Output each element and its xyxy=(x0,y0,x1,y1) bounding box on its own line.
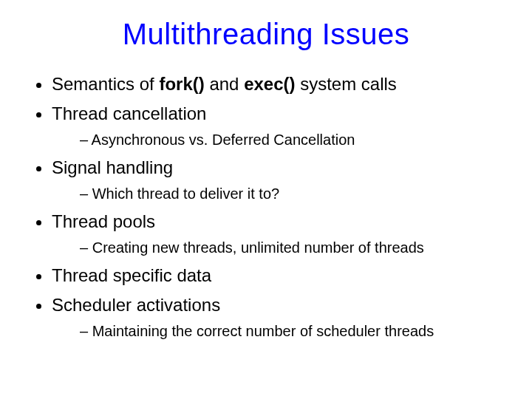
bullet-list: Semantics of fork() and exec() system ca… xyxy=(30,73,502,341)
bullet-thread-pools: Thread pools Creating new threads, unlim… xyxy=(52,211,502,257)
sublist: Creating new threads, unlimited number o… xyxy=(52,239,502,257)
sublist: Maintaining the correct number of schedu… xyxy=(52,322,502,341)
bullet-thread-cancellation: Thread cancellation Asynchronous vs. Def… xyxy=(52,103,502,149)
sub-bullet: Creating new threads, unlimited number o… xyxy=(80,239,502,257)
sub-bullet: Which thread to deliver it to? xyxy=(80,185,502,203)
bullet-signal-handling: Signal handling Which thread to deliver … xyxy=(52,157,502,203)
sublist: Which thread to deliver it to? xyxy=(52,185,502,203)
text-bold-exec: exec() xyxy=(244,74,295,94)
bullet-scheduler-activations: Scheduler activations Maintaining the co… xyxy=(52,294,502,341)
bullet-label: Thread cancellation xyxy=(52,103,206,123)
sublist: Asynchronous vs. Deferred Cancellation xyxy=(52,131,502,149)
slide: Multithreading Issues Semantics of fork(… xyxy=(0,0,532,399)
text-segment: and xyxy=(205,74,244,94)
bullet-label: Signal handling xyxy=(52,157,173,177)
sub-bullet: Asynchronous vs. Deferred Cancellation xyxy=(80,131,502,149)
sub-bullet: Maintaining the correct number of schedu… xyxy=(80,322,502,341)
bullet-label: Thread pools xyxy=(52,211,155,231)
text-segment: Semantics of xyxy=(52,74,159,94)
bullet-label: Scheduler activations xyxy=(52,295,220,315)
bullet-thread-specific-data: Thread specific data xyxy=(52,265,502,287)
slide-title: Multithreading Issues xyxy=(30,18,502,51)
bullet-semantics: Semantics of fork() and exec() system ca… xyxy=(52,73,502,95)
bullet-label: Thread specific data xyxy=(52,265,211,285)
text-bold-fork: fork() xyxy=(159,74,204,94)
text-segment: system calls xyxy=(296,74,397,94)
